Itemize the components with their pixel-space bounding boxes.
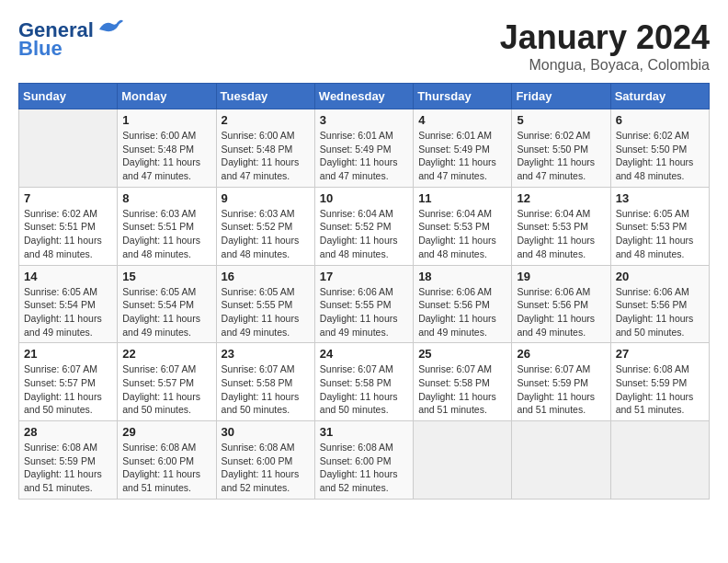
calendar-cell: 17Sunrise: 6:06 AM Sunset: 5:55 PM Dayli… (314, 265, 413, 343)
calendar-cell: 18Sunrise: 6:06 AM Sunset: 5:56 PM Dayli… (414, 265, 512, 343)
calendar-cell: 30Sunrise: 6:08 AM Sunset: 6:00 PM Dayli… (216, 421, 314, 500)
day-number: 5 (517, 113, 605, 127)
calendar-cell: 3Sunrise: 6:01 AM Sunset: 5:49 PM Daylig… (314, 109, 413, 188)
day-info: Sunrise: 6:04 AM Sunset: 5:53 PM Dayligh… (517, 207, 605, 261)
day-info: Sunrise: 6:05 AM Sunset: 5:54 PM Dayligh… (122, 285, 210, 339)
day-number: 20 (616, 270, 704, 283)
day-number: 17 (320, 270, 408, 283)
title-block: January 2024 Mongua, Boyaca, Colombia (500, 18, 710, 74)
calendar-cell: 15Sunrise: 6:05 AM Sunset: 5:54 PM Dayli… (118, 265, 216, 343)
page-subtitle: Mongua, Boyaca, Colombia (500, 57, 710, 74)
day-number: 31 (320, 425, 408, 439)
day-info: Sunrise: 6:05 AM Sunset: 5:54 PM Dayligh… (24, 285, 112, 339)
day-number: 30 (222, 425, 310, 439)
day-number: 19 (517, 270, 605, 283)
day-number: 27 (616, 347, 704, 361)
day-number: 3 (320, 113, 408, 127)
calendar-cell: 22Sunrise: 6:07 AM Sunset: 5:57 PM Dayli… (118, 343, 216, 421)
calendar-cell: 14Sunrise: 6:05 AM Sunset: 5:54 PM Dayli… (19, 265, 118, 343)
day-number: 4 (418, 113, 506, 127)
day-number: 22 (122, 347, 210, 361)
calendar-week-1: 1Sunrise: 6:00 AM Sunset: 5:48 PM Daylig… (19, 109, 710, 188)
day-number: 16 (222, 270, 310, 283)
calendar-cell: 9Sunrise: 6:03 AM Sunset: 5:52 PM Daylig… (216, 187, 314, 265)
calendar-cell: 7Sunrise: 6:02 AM Sunset: 5:51 PM Daylig… (19, 187, 118, 265)
calendar-cell: 6Sunrise: 6:02 AM Sunset: 5:50 PM Daylig… (610, 109, 709, 188)
logo-blue: Blue (18, 39, 125, 59)
calendar-week-3: 14Sunrise: 6:05 AM Sunset: 5:54 PM Dayli… (19, 265, 710, 343)
page-header: General Blue January 2024 Mongua, Boyaca… (18, 18, 710, 74)
day-number: 13 (616, 191, 704, 205)
day-info: Sunrise: 6:07 AM Sunset: 5:57 PM Dayligh… (24, 362, 112, 417)
calendar-cell: 1Sunrise: 6:00 AM Sunset: 5:48 PM Daylig… (118, 109, 216, 188)
day-info: Sunrise: 6:07 AM Sunset: 5:57 PM Dayligh… (122, 362, 210, 417)
day-number: 8 (122, 191, 210, 205)
calendar-cell: 19Sunrise: 6:06 AM Sunset: 5:56 PM Dayli… (512, 265, 610, 343)
day-number: 29 (122, 425, 210, 439)
calendar-cell (19, 109, 118, 188)
day-number: 24 (320, 347, 408, 361)
day-info: Sunrise: 6:01 AM Sunset: 5:49 PM Dayligh… (320, 129, 408, 183)
page-title: January 2024 (500, 18, 710, 57)
calendar-week-2: 7Sunrise: 6:02 AM Sunset: 5:51 PM Daylig… (19, 187, 710, 265)
day-info: Sunrise: 6:06 AM Sunset: 5:56 PM Dayligh… (517, 285, 605, 339)
calendar-cell: 29Sunrise: 6:08 AM Sunset: 6:00 PM Dayli… (118, 421, 216, 500)
day-info: Sunrise: 6:06 AM Sunset: 5:56 PM Dayligh… (418, 285, 506, 339)
calendar-week-5: 28Sunrise: 6:08 AM Sunset: 5:59 PM Dayli… (19, 421, 710, 500)
day-info: Sunrise: 6:05 AM Sunset: 5:53 PM Dayligh… (616, 207, 704, 261)
day-number: 28 (24, 425, 112, 439)
day-number: 12 (517, 191, 605, 205)
calendar-cell: 26Sunrise: 6:07 AM Sunset: 5:59 PM Dayli… (512, 343, 610, 421)
calendar-cell: 31Sunrise: 6:08 AM Sunset: 6:00 PM Dayli… (314, 421, 413, 500)
calendar-cell: 10Sunrise: 6:04 AM Sunset: 5:52 PM Dayli… (314, 187, 413, 265)
day-number: 15 (122, 270, 210, 283)
day-info: Sunrise: 6:07 AM Sunset: 5:58 PM Dayligh… (222, 362, 310, 417)
day-info: Sunrise: 6:04 AM Sunset: 5:53 PM Dayligh… (418, 207, 506, 261)
calendar-cell: 24Sunrise: 6:07 AM Sunset: 5:58 PM Dayli… (314, 343, 413, 421)
day-info: Sunrise: 6:00 AM Sunset: 5:48 PM Dayligh… (122, 129, 210, 183)
day-info: Sunrise: 6:07 AM Sunset: 5:58 PM Dayligh… (418, 362, 506, 417)
day-info: Sunrise: 6:08 AM Sunset: 6:00 PM Dayligh… (222, 441, 310, 495)
day-info: Sunrise: 6:07 AM Sunset: 5:58 PM Dayligh… (320, 362, 408, 417)
day-number: 1 (122, 113, 210, 127)
calendar-cell: 12Sunrise: 6:04 AM Sunset: 5:53 PM Dayli… (512, 187, 610, 265)
day-number: 21 (24, 347, 112, 361)
day-info: Sunrise: 6:04 AM Sunset: 5:52 PM Dayligh… (320, 207, 408, 261)
calendar-week-4: 21Sunrise: 6:07 AM Sunset: 5:57 PM Dayli… (19, 343, 710, 421)
weekday-header-friday: Friday (512, 84, 610, 109)
day-info: Sunrise: 6:08 AM Sunset: 6:00 PM Dayligh… (320, 441, 408, 495)
calendar-cell: 16Sunrise: 6:05 AM Sunset: 5:55 PM Dayli… (216, 265, 314, 343)
bird-icon (97, 18, 125, 39)
calendar-cell: 5Sunrise: 6:02 AM Sunset: 5:50 PM Daylig… (512, 109, 610, 188)
day-number: 6 (616, 113, 704, 127)
day-number: 9 (222, 191, 310, 205)
day-info: Sunrise: 6:06 AM Sunset: 5:55 PM Dayligh… (320, 285, 408, 339)
day-number: 23 (222, 347, 310, 361)
day-info: Sunrise: 6:03 AM Sunset: 5:52 PM Dayligh… (222, 207, 310, 261)
logo: General Blue (18, 18, 125, 59)
day-info: Sunrise: 6:08 AM Sunset: 5:59 PM Dayligh… (616, 362, 704, 417)
weekday-header-wednesday: Wednesday (314, 84, 413, 109)
day-info: Sunrise: 6:01 AM Sunset: 5:49 PM Dayligh… (418, 129, 506, 183)
calendar-cell: 4Sunrise: 6:01 AM Sunset: 5:49 PM Daylig… (414, 109, 512, 188)
calendar-table: SundayMondayTuesdayWednesdayThursdayFrid… (18, 83, 710, 500)
calendar-cell (610, 421, 709, 500)
day-number: 25 (418, 347, 506, 361)
day-info: Sunrise: 6:02 AM Sunset: 5:50 PM Dayligh… (517, 129, 605, 183)
day-info: Sunrise: 6:02 AM Sunset: 5:50 PM Dayligh… (616, 129, 704, 183)
calendar-cell: 21Sunrise: 6:07 AM Sunset: 5:57 PM Dayli… (19, 343, 118, 421)
calendar-cell: 23Sunrise: 6:07 AM Sunset: 5:58 PM Dayli… (216, 343, 314, 421)
day-info: Sunrise: 6:07 AM Sunset: 5:59 PM Dayligh… (517, 362, 605, 417)
calendar-cell (414, 421, 512, 500)
day-info: Sunrise: 6:08 AM Sunset: 6:00 PM Dayligh… (122, 441, 210, 495)
day-info: Sunrise: 6:06 AM Sunset: 5:56 PM Dayligh… (616, 285, 704, 339)
weekday-header-tuesday: Tuesday (216, 84, 314, 109)
calendar-cell: 8Sunrise: 6:03 AM Sunset: 5:51 PM Daylig… (118, 187, 216, 265)
day-number: 26 (517, 347, 605, 361)
day-number: 7 (24, 191, 112, 205)
day-info: Sunrise: 6:00 AM Sunset: 5:48 PM Dayligh… (222, 129, 310, 183)
day-number: 2 (222, 113, 310, 127)
calendar-cell: 28Sunrise: 6:08 AM Sunset: 5:59 PM Dayli… (19, 421, 118, 500)
calendar-cell: 2Sunrise: 6:00 AM Sunset: 5:48 PM Daylig… (216, 109, 314, 188)
day-number: 18 (418, 270, 506, 283)
